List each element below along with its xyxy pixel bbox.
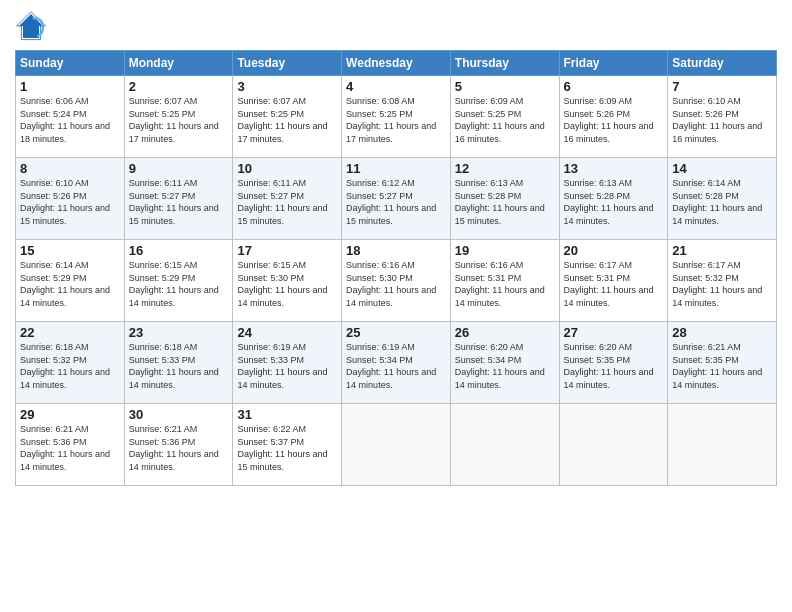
calendar-cell: 6 Sunrise: 6:09 AM Sunset: 5:26 PM Dayli… bbox=[559, 76, 668, 158]
calendar-cell: 14 Sunrise: 6:14 AM Sunset: 5:28 PM Dayl… bbox=[668, 158, 777, 240]
week-row-1: 1 Sunrise: 6:06 AM Sunset: 5:24 PM Dayli… bbox=[16, 76, 777, 158]
logo-icon bbox=[15, 10, 47, 42]
day-info: Sunrise: 6:17 AM Sunset: 5:32 PM Dayligh… bbox=[672, 259, 772, 309]
day-info: Sunrise: 6:09 AM Sunset: 5:26 PM Dayligh… bbox=[564, 95, 664, 145]
day-info: Sunrise: 6:19 AM Sunset: 5:33 PM Dayligh… bbox=[237, 341, 337, 391]
calendar-cell bbox=[668, 404, 777, 486]
day-info: Sunrise: 6:10 AM Sunset: 5:26 PM Dayligh… bbox=[20, 177, 120, 227]
calendar-cell: 4 Sunrise: 6:08 AM Sunset: 5:25 PM Dayli… bbox=[342, 76, 451, 158]
day-info: Sunrise: 6:13 AM Sunset: 5:28 PM Dayligh… bbox=[564, 177, 664, 227]
day-number: 9 bbox=[129, 161, 229, 176]
day-number: 19 bbox=[455, 243, 555, 258]
header-row: SundayMondayTuesdayWednesdayThursdayFrid… bbox=[16, 51, 777, 76]
day-info: Sunrise: 6:20 AM Sunset: 5:34 PM Dayligh… bbox=[455, 341, 555, 391]
day-info: Sunrise: 6:12 AM Sunset: 5:27 PM Dayligh… bbox=[346, 177, 446, 227]
calendar-cell: 29 Sunrise: 6:21 AM Sunset: 5:36 PM Dayl… bbox=[16, 404, 125, 486]
day-number: 14 bbox=[672, 161, 772, 176]
calendar-cell: 7 Sunrise: 6:10 AM Sunset: 5:26 PM Dayli… bbox=[668, 76, 777, 158]
day-info: Sunrise: 6:07 AM Sunset: 5:25 PM Dayligh… bbox=[237, 95, 337, 145]
day-info: Sunrise: 6:10 AM Sunset: 5:26 PM Dayligh… bbox=[672, 95, 772, 145]
day-info: Sunrise: 6:11 AM Sunset: 5:27 PM Dayligh… bbox=[129, 177, 229, 227]
day-number: 21 bbox=[672, 243, 772, 258]
day-number: 12 bbox=[455, 161, 555, 176]
calendar-cell: 18 Sunrise: 6:16 AM Sunset: 5:30 PM Dayl… bbox=[342, 240, 451, 322]
day-number: 1 bbox=[20, 79, 120, 94]
day-header-monday: Monday bbox=[124, 51, 233, 76]
calendar-cell: 3 Sunrise: 6:07 AM Sunset: 5:25 PM Dayli… bbox=[233, 76, 342, 158]
week-row-5: 29 Sunrise: 6:21 AM Sunset: 5:36 PM Dayl… bbox=[16, 404, 777, 486]
day-number: 4 bbox=[346, 79, 446, 94]
header bbox=[15, 10, 777, 42]
calendar-cell: 17 Sunrise: 6:15 AM Sunset: 5:30 PM Dayl… bbox=[233, 240, 342, 322]
day-number: 8 bbox=[20, 161, 120, 176]
day-header-saturday: Saturday bbox=[668, 51, 777, 76]
day-info: Sunrise: 6:15 AM Sunset: 5:30 PM Dayligh… bbox=[237, 259, 337, 309]
day-number: 15 bbox=[20, 243, 120, 258]
day-header-wednesday: Wednesday bbox=[342, 51, 451, 76]
day-number: 2 bbox=[129, 79, 229, 94]
day-number: 23 bbox=[129, 325, 229, 340]
calendar-cell: 19 Sunrise: 6:16 AM Sunset: 5:31 PM Dayl… bbox=[450, 240, 559, 322]
calendar-cell bbox=[559, 404, 668, 486]
day-info: Sunrise: 6:06 AM Sunset: 5:24 PM Dayligh… bbox=[20, 95, 120, 145]
calendar-cell: 27 Sunrise: 6:20 AM Sunset: 5:35 PM Dayl… bbox=[559, 322, 668, 404]
day-number: 11 bbox=[346, 161, 446, 176]
day-info: Sunrise: 6:07 AM Sunset: 5:25 PM Dayligh… bbox=[129, 95, 229, 145]
day-info: Sunrise: 6:18 AM Sunset: 5:32 PM Dayligh… bbox=[20, 341, 120, 391]
day-header-friday: Friday bbox=[559, 51, 668, 76]
calendar-cell: 12 Sunrise: 6:13 AM Sunset: 5:28 PM Dayl… bbox=[450, 158, 559, 240]
calendar-cell: 10 Sunrise: 6:11 AM Sunset: 5:27 PM Dayl… bbox=[233, 158, 342, 240]
day-header-sunday: Sunday bbox=[16, 51, 125, 76]
day-info: Sunrise: 6:16 AM Sunset: 5:31 PM Dayligh… bbox=[455, 259, 555, 309]
day-info: Sunrise: 6:18 AM Sunset: 5:33 PM Dayligh… bbox=[129, 341, 229, 391]
calendar-cell: 30 Sunrise: 6:21 AM Sunset: 5:36 PM Dayl… bbox=[124, 404, 233, 486]
day-number: 25 bbox=[346, 325, 446, 340]
calendar-cell: 13 Sunrise: 6:13 AM Sunset: 5:28 PM Dayl… bbox=[559, 158, 668, 240]
week-row-4: 22 Sunrise: 6:18 AM Sunset: 5:32 PM Dayl… bbox=[16, 322, 777, 404]
calendar-cell bbox=[342, 404, 451, 486]
calendar-body: 1 Sunrise: 6:06 AM Sunset: 5:24 PM Dayli… bbox=[16, 76, 777, 486]
calendar-cell: 20 Sunrise: 6:17 AM Sunset: 5:31 PM Dayl… bbox=[559, 240, 668, 322]
day-number: 5 bbox=[455, 79, 555, 94]
day-info: Sunrise: 6:14 AM Sunset: 5:29 PM Dayligh… bbox=[20, 259, 120, 309]
week-row-3: 15 Sunrise: 6:14 AM Sunset: 5:29 PM Dayl… bbox=[16, 240, 777, 322]
day-number: 17 bbox=[237, 243, 337, 258]
calendar-cell: 11 Sunrise: 6:12 AM Sunset: 5:27 PM Dayl… bbox=[342, 158, 451, 240]
day-info: Sunrise: 6:14 AM Sunset: 5:28 PM Dayligh… bbox=[672, 177, 772, 227]
calendar-cell: 16 Sunrise: 6:15 AM Sunset: 5:29 PM Dayl… bbox=[124, 240, 233, 322]
day-number: 3 bbox=[237, 79, 337, 94]
day-number: 16 bbox=[129, 243, 229, 258]
day-info: Sunrise: 6:21 AM Sunset: 5:35 PM Dayligh… bbox=[672, 341, 772, 391]
calendar-cell: 28 Sunrise: 6:21 AM Sunset: 5:35 PM Dayl… bbox=[668, 322, 777, 404]
day-info: Sunrise: 6:22 AM Sunset: 5:37 PM Dayligh… bbox=[237, 423, 337, 473]
day-info: Sunrise: 6:15 AM Sunset: 5:29 PM Dayligh… bbox=[129, 259, 229, 309]
calendar: SundayMondayTuesdayWednesdayThursdayFrid… bbox=[15, 50, 777, 486]
day-number: 27 bbox=[564, 325, 664, 340]
page: SundayMondayTuesdayWednesdayThursdayFrid… bbox=[0, 0, 792, 612]
day-header-thursday: Thursday bbox=[450, 51, 559, 76]
day-info: Sunrise: 6:21 AM Sunset: 5:36 PM Dayligh… bbox=[129, 423, 229, 473]
day-number: 20 bbox=[564, 243, 664, 258]
day-number: 31 bbox=[237, 407, 337, 422]
day-info: Sunrise: 6:20 AM Sunset: 5:35 PM Dayligh… bbox=[564, 341, 664, 391]
day-info: Sunrise: 6:19 AM Sunset: 5:34 PM Dayligh… bbox=[346, 341, 446, 391]
day-number: 6 bbox=[564, 79, 664, 94]
day-number: 28 bbox=[672, 325, 772, 340]
calendar-cell: 8 Sunrise: 6:10 AM Sunset: 5:26 PM Dayli… bbox=[16, 158, 125, 240]
calendar-cell: 5 Sunrise: 6:09 AM Sunset: 5:25 PM Dayli… bbox=[450, 76, 559, 158]
day-number: 13 bbox=[564, 161, 664, 176]
calendar-cell: 31 Sunrise: 6:22 AM Sunset: 5:37 PM Dayl… bbox=[233, 404, 342, 486]
day-info: Sunrise: 6:16 AM Sunset: 5:30 PM Dayligh… bbox=[346, 259, 446, 309]
calendar-cell: 1 Sunrise: 6:06 AM Sunset: 5:24 PM Dayli… bbox=[16, 76, 125, 158]
day-info: Sunrise: 6:21 AM Sunset: 5:36 PM Dayligh… bbox=[20, 423, 120, 473]
calendar-cell: 25 Sunrise: 6:19 AM Sunset: 5:34 PM Dayl… bbox=[342, 322, 451, 404]
calendar-cell: 9 Sunrise: 6:11 AM Sunset: 5:27 PM Dayli… bbox=[124, 158, 233, 240]
calendar-cell bbox=[450, 404, 559, 486]
week-row-2: 8 Sunrise: 6:10 AM Sunset: 5:26 PM Dayli… bbox=[16, 158, 777, 240]
day-header-tuesday: Tuesday bbox=[233, 51, 342, 76]
calendar-cell: 22 Sunrise: 6:18 AM Sunset: 5:32 PM Dayl… bbox=[16, 322, 125, 404]
day-info: Sunrise: 6:13 AM Sunset: 5:28 PM Dayligh… bbox=[455, 177, 555, 227]
calendar-cell: 23 Sunrise: 6:18 AM Sunset: 5:33 PM Dayl… bbox=[124, 322, 233, 404]
calendar-cell: 26 Sunrise: 6:20 AM Sunset: 5:34 PM Dayl… bbox=[450, 322, 559, 404]
day-info: Sunrise: 6:17 AM Sunset: 5:31 PM Dayligh… bbox=[564, 259, 664, 309]
